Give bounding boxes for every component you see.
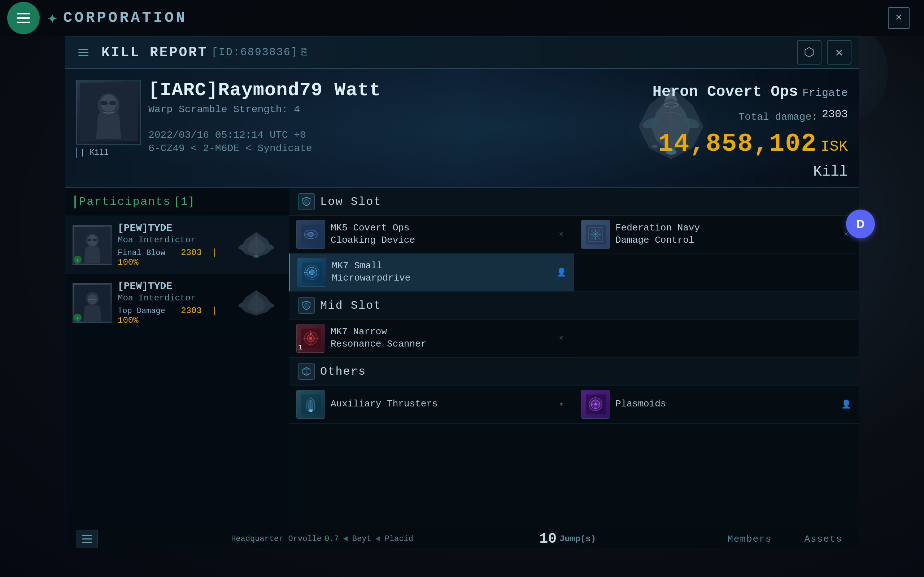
equip-item-fed-navy[interactable]: Federation NavyDamage Control × xyxy=(574,216,859,253)
discord-button[interactable]: D xyxy=(846,210,875,239)
pilot-warp-scramble: Warp Scramble Strength: 4 xyxy=(149,104,381,115)
svg-point-52 xyxy=(591,230,593,232)
tab-members[interactable]: Members xyxy=(722,532,777,546)
svg-point-41 xyxy=(309,232,313,237)
mid-slot-shield-icon xyxy=(301,300,312,311)
main-window: KILL REPORT [ID:6893836] ⎘ ⬡ ✕ xyxy=(65,36,859,548)
participant-item[interactable]: ★ [PEW]TYDE Moa Interdictor Final Blow 2… xyxy=(65,216,289,274)
copy-icon[interactable]: ⎘ xyxy=(301,47,307,58)
close-icon: × xyxy=(895,11,902,24)
hamburger-icon xyxy=(17,13,30,23)
menu-icon xyxy=(78,49,89,56)
cloak-icon-svg xyxy=(301,225,321,245)
separator-2: ◄ xyxy=(376,534,380,543)
hamburger-menu-button[interactable] xyxy=(7,2,40,34)
export-icon: ⬡ xyxy=(804,45,815,60)
ship-info-panel: Heron Covert Ops Frigate Total damage: 2… xyxy=(653,83,848,180)
mwd-person-icon: 👤 xyxy=(556,267,567,278)
fed-navy-icon xyxy=(581,220,610,249)
scanner-close[interactable]: × xyxy=(556,333,567,344)
participant-ship-1: Moa Interdictor xyxy=(118,235,226,245)
participants-panel: Participants [1] xyxy=(65,188,289,530)
svg-point-60 xyxy=(310,271,313,274)
ship-class: Frigate xyxy=(802,87,848,99)
bottom-menu-button[interactable] xyxy=(76,530,98,548)
export-button[interactable]: ⬡ xyxy=(797,40,822,64)
equip-item-cloaking[interactable]: MK5 Covert OpsCloaking Device × xyxy=(289,216,574,253)
plasmoid-person-icon: 👤 xyxy=(841,399,851,410)
participant-ship-svg-1 xyxy=(231,230,281,259)
participant-stats-1: Final Blow 2303 | 100% xyxy=(118,248,226,267)
auxiliary-close[interactable]: ▾ xyxy=(556,399,567,410)
mwd-icon-svg xyxy=(302,263,322,282)
region1: Beyt xyxy=(352,534,372,543)
svg-point-67 xyxy=(309,337,312,340)
low-slot-grid: MK5 Covert OpsCloaking Device × xyxy=(289,216,859,253)
plasmoid-icon xyxy=(581,390,610,419)
pilot-info: [IARC]Raymond79 Watt Warp Scramble Stren… xyxy=(149,80,381,154)
participant-stats-2: Top Damage 2303 | 100% xyxy=(118,306,226,325)
mid-slot-header: Mid Slot xyxy=(289,292,859,319)
svg-point-53 xyxy=(599,230,600,232)
window-title: KILL REPORT xyxy=(102,45,208,60)
svg-point-55 xyxy=(599,238,600,239)
equip-item-mwd[interactable]: MK7 SmallMicrowarpdrive 👤 xyxy=(289,253,574,292)
avatar-silhouette xyxy=(80,83,137,141)
scanner-name: MK7 NarrowResonance Scanner xyxy=(331,326,551,351)
region2: Placid xyxy=(385,534,413,543)
low-slot-icon xyxy=(298,193,315,210)
others-icon xyxy=(298,363,315,380)
participant-avatar-2: ★ xyxy=(73,283,112,323)
pilot-name: [IARC]Raymond79 Watt xyxy=(149,80,381,101)
participant-damage-1: 2303 xyxy=(181,248,202,258)
cube-icon xyxy=(301,366,312,377)
jumps-display: 10 Jump(s) xyxy=(539,531,596,547)
window-id: [ID:6893836] xyxy=(212,46,298,58)
tab-assets[interactable]: Assets xyxy=(799,532,848,546)
cloaking-device-close[interactable]: × xyxy=(556,229,567,240)
mwd-icon xyxy=(297,258,326,287)
participant-ship-2: Moa Interdictor xyxy=(118,293,226,303)
window-close-button[interactable]: ✕ xyxy=(827,40,851,64)
top-close-button[interactable]: × xyxy=(888,7,909,29)
bottom-tabs: Members Assets xyxy=(722,532,848,546)
kill-location: 6-CZ49 < 2-M6DE < Syndicate xyxy=(149,143,381,154)
equip-item-auxiliary[interactable]: Auxiliary Thrusters ▾ xyxy=(289,385,574,423)
participant-item[interactable]: ★ [PEW]TYDE Moa Interdictor Top Damage 2… xyxy=(65,274,289,332)
mid-slot-grid: 1 MK7 NarrowResonance Scanner × xyxy=(289,319,859,357)
scanner-icon: 1 xyxy=(296,324,325,353)
shield-icon xyxy=(301,197,312,206)
cloaking-device-name: MK5 Covert OpsCloaking Device xyxy=(331,222,551,247)
final-blow-label: Final Blow xyxy=(118,248,165,258)
mwd-name: MK7 SmallMicrowarpdrive xyxy=(332,260,551,285)
mid-slot-icon xyxy=(298,297,315,314)
mid-slot-title: Mid Slot xyxy=(320,299,381,312)
equip-item-plasmoid[interactable]: Plasmoids 👤 xyxy=(574,385,859,423)
svg-rect-24 xyxy=(93,239,97,241)
fed-navy-name: Federation NavyDamage Control xyxy=(615,222,835,247)
equip-item-scanner[interactable]: 1 MK7 NarrowResonance Scanner × xyxy=(289,319,574,357)
window-menu-button[interactable] xyxy=(73,42,94,63)
svg-point-87 xyxy=(594,403,597,405)
svg-rect-3 xyxy=(101,102,107,105)
top-damage-label: Top Damage xyxy=(118,306,165,316)
cloaking-device-icon xyxy=(296,220,325,249)
fed-navy-icon-svg xyxy=(586,225,606,245)
hq-rating: 0.7 xyxy=(325,534,339,543)
content-area: Participants [1] xyxy=(65,188,859,530)
svg-rect-4 xyxy=(109,102,116,105)
discord-icon: D xyxy=(856,218,864,231)
others-grid: Auxiliary Thrusters ▾ xyxy=(289,385,859,423)
hq-info: Headquarter Orvolle 0.7 ◄ Beyt ◄ Placid xyxy=(231,534,413,543)
kill-header-section: | Kill [IARC]Raymond79 Watt Warp Scrambl… xyxy=(65,69,859,188)
participants-count: [1] xyxy=(174,195,195,208)
hq-name: Headquarter Orvolle xyxy=(231,534,321,543)
corporation-title: CORPORATION xyxy=(63,10,187,27)
svg-point-30 xyxy=(254,255,259,258)
participant-percent-2: 100% xyxy=(118,316,139,325)
participant-rank-badge-2: ★ xyxy=(74,314,82,322)
participant-info-2: [PEW]TYDE Moa Interdictor Top Damage 230… xyxy=(118,280,226,325)
participant-avatar-1: ★ xyxy=(73,225,112,265)
svg-point-51 xyxy=(594,233,597,235)
scanner-qty: 1 xyxy=(298,343,302,351)
